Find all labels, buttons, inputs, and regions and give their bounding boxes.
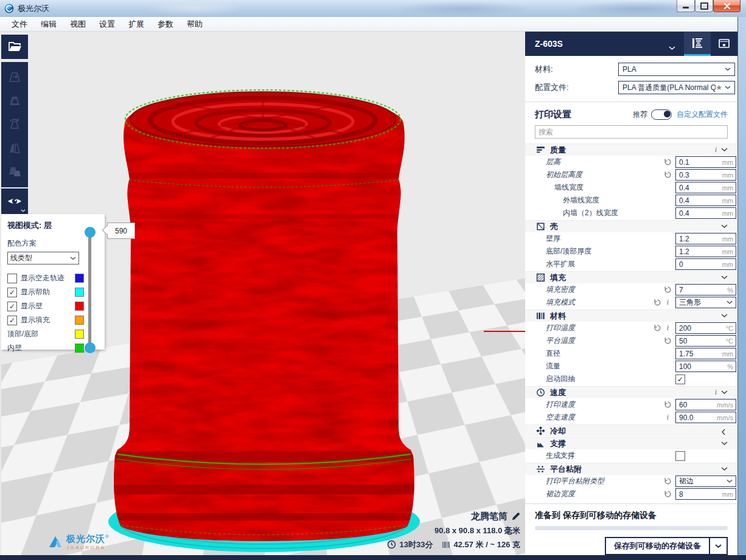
legend-checkbox[interactable]: ✓ xyxy=(7,288,17,297)
value-input[interactable]: 100% xyxy=(675,361,736,372)
per-model-settings-icon[interactable] xyxy=(7,164,23,180)
close-button[interactable] xyxy=(713,0,741,12)
save-to-removable-button[interactable]: 保存到可移动的存储设备 xyxy=(605,537,728,555)
value-input[interactable]: 1.2mm xyxy=(675,233,736,244)
color-scheme-select[interactable]: 线类型 xyxy=(7,252,79,264)
menu-item-0[interactable]: 文件 xyxy=(5,18,34,31)
scale-tool-icon[interactable] xyxy=(7,93,23,109)
save-options-dropdown[interactable] xyxy=(709,538,727,554)
info-icon[interactable]: i xyxy=(715,388,717,397)
setting-dropdown[interactable]: 三角形 xyxy=(675,297,736,308)
translate-tool-icon[interactable] xyxy=(7,69,23,85)
menu-item-1[interactable]: 编辑 xyxy=(34,18,63,31)
reset-icon[interactable] xyxy=(664,490,672,498)
legend-checkbox[interactable]: ✓ xyxy=(7,302,17,311)
slice-progress-bar xyxy=(535,526,728,530)
legend-label: 顶部/底部 xyxy=(7,329,75,339)
menu-item-6[interactable]: 帮助 xyxy=(180,18,209,31)
tab-monitor[interactable] xyxy=(711,32,737,56)
legend-label: 显示帮助 xyxy=(21,287,75,297)
info-icon[interactable]: i xyxy=(715,145,717,154)
info-icon[interactable]: i xyxy=(667,298,669,307)
setting-checkbox[interactable] xyxy=(675,451,736,461)
value-input[interactable]: 90.0mm/s xyxy=(675,412,736,423)
maximize-button[interactable] xyxy=(695,0,713,12)
section-support-header[interactable]: 支撑 xyxy=(525,437,737,449)
layer-slider-upper-handle[interactable] xyxy=(85,227,96,238)
print-time: 13时33分 xyxy=(400,539,433,550)
reset-icon[interactable] xyxy=(664,286,672,294)
view-mode-button[interactable] xyxy=(1,188,28,214)
rename-pencil-icon[interactable] xyxy=(511,512,520,521)
chevron-down-icon xyxy=(727,300,733,305)
info-icon[interactable]: i xyxy=(667,323,669,333)
reset-icon[interactable] xyxy=(664,171,672,179)
section-shell-header[interactable]: 壳 xyxy=(525,220,737,232)
printer-name[interactable]: Z-603S xyxy=(525,39,563,49)
open-file-button[interactable] xyxy=(1,35,28,59)
section-quality-header[interactable]: 质量i xyxy=(525,143,737,156)
setting-row: 打印平台粘附类型裙边 xyxy=(525,475,737,488)
menu-item-4[interactable]: 扩展 xyxy=(122,18,151,31)
menu-item-3[interactable]: 设置 xyxy=(92,18,122,31)
section-adhesion-header[interactable]: 平台粘附 xyxy=(525,463,737,475)
value-input[interactable]: 0.4mm xyxy=(675,195,736,206)
section-infill-header[interactable]: 填充 xyxy=(525,271,737,283)
tab-prepare-slice[interactable] xyxy=(684,32,711,56)
setting-value: 100 xyxy=(676,362,727,371)
value-input[interactable]: 0.3mm xyxy=(675,169,736,181)
brand-name-cn: 极光尔沃 xyxy=(66,533,105,544)
menu-item-5[interactable]: 参数 xyxy=(151,18,180,31)
reset-icon[interactable] xyxy=(654,299,661,306)
setting-unit: mm xyxy=(722,261,736,268)
mirror-tool-icon[interactable] xyxy=(7,140,23,156)
value-input[interactable]: 0.1mm xyxy=(675,156,736,168)
section-cooling-header[interactable]: 冷却 xyxy=(525,424,737,437)
menu-item-2[interactable]: 视图 xyxy=(63,18,92,31)
value-input[interactable]: 0.4mm xyxy=(675,182,736,193)
reset-icon[interactable] xyxy=(664,337,672,345)
minimize-button[interactable] xyxy=(677,0,695,12)
profile-select[interactable]: PLA 普通质量(PLA Normal Qua ★ xyxy=(618,81,735,94)
value-input[interactable]: 200°C xyxy=(675,322,736,334)
value-input[interactable]: 7% xyxy=(675,284,736,296)
section-speed-header[interactable]: 速度i xyxy=(525,386,737,398)
value-input[interactable]: 1.2mm xyxy=(675,246,736,257)
viewport-3d[interactable]: 视图模式: 层 配色方案 线类型 显示空走轨迹✓显示帮助✓显示壁✓显示填充顶部/… xyxy=(1,32,525,555)
setting-value: 0.3 xyxy=(676,171,722,179)
mode-toggle[interactable] xyxy=(651,109,672,120)
reset-icon[interactable] xyxy=(664,158,672,166)
reset-icon[interactable] xyxy=(664,477,672,485)
reset-icon[interactable] xyxy=(654,324,661,332)
value-input[interactable]: 8mm xyxy=(675,488,736,500)
legend-color-swatch xyxy=(75,316,84,325)
profile-label: 配置文件: xyxy=(535,82,618,93)
toggle-knob xyxy=(664,111,671,117)
chevron-down-icon[interactable] xyxy=(669,42,675,46)
save-button-label: 保存到可移动的存储设备 xyxy=(606,538,709,554)
layer-slider-track[interactable] xyxy=(88,232,91,348)
layer-slider-lower-handle[interactable] xyxy=(85,342,96,353)
setting-value: 1.2 xyxy=(676,247,722,256)
legend-checkbox[interactable] xyxy=(7,274,17,283)
chevron-left-icon xyxy=(721,429,728,434)
setting-unit: mm xyxy=(722,491,736,498)
value-input[interactable]: 1.75mm xyxy=(675,348,736,359)
value-input[interactable]: 0.4mm xyxy=(675,207,736,219)
reset-icon[interactable] xyxy=(664,401,672,409)
info-icon[interactable]: i xyxy=(667,413,669,422)
legend-checkbox[interactable]: ✓ xyxy=(7,316,17,325)
section-title: 填充 xyxy=(550,272,566,283)
value-input[interactable]: 50°C xyxy=(675,335,736,347)
setting-label: 流量 xyxy=(525,361,560,372)
settings-search-input[interactable] xyxy=(535,125,728,139)
value-input[interactable]: 60mm/s xyxy=(675,399,736,410)
setting-value: 0 xyxy=(676,260,722,269)
setting-dropdown[interactable]: 裙边 xyxy=(675,475,736,487)
rotate-tool-icon[interactable] xyxy=(7,117,23,133)
value-input[interactable]: 0mm xyxy=(675,258,736,270)
section-material-header[interactable]: 材料 xyxy=(525,309,737,322)
setting-checkbox[interactable]: ✓ xyxy=(675,375,736,384)
material-select[interactable]: PLA xyxy=(618,63,735,76)
custom-profile-link[interactable]: 自定义配置文件 xyxy=(677,109,728,120)
